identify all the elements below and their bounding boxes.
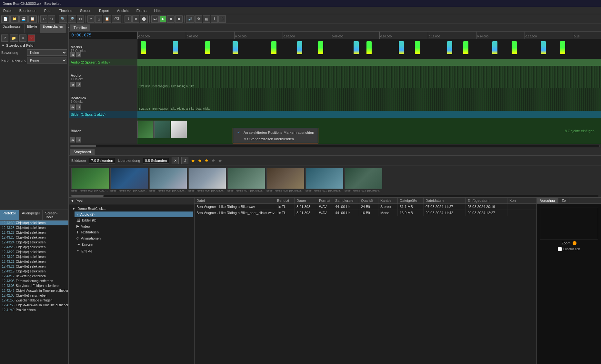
menu-screen[interactable]: Screen (78, 8, 93, 13)
time-button[interactable]: ⏱ (218, 15, 226, 23)
save-as-button[interactable]: 📋 (28, 15, 37, 23)
proto-item-0[interactable]: 12:43:30Objekt(e) selektieren (0, 221, 68, 225)
thumb-2[interactable]: Bodo-Tromso_025_(RX703003-ARW (149, 168, 187, 192)
stop-square[interactable]: ⏹ (175, 15, 183, 23)
proto-item-10[interactable]: 12:43:19Objekt(e) selektieren (0, 269, 68, 274)
record-button[interactable]: ⬤ (140, 15, 148, 23)
menu-datei[interactable]: Datei (1, 8, 14, 13)
menu-pool[interactable]: Pool (42, 8, 53, 13)
marker-block-0[interactable] (141, 41, 146, 54)
save-button[interactable]: 💾 (19, 15, 28, 23)
hash-button[interactable]: # (132, 15, 139, 23)
thumb-3[interactable]: Bodo-Tromso_026_(RX703006-ARW (188, 168, 226, 192)
ctx-item-1[interactable]: Mit Standardzeiten überblenden (233, 136, 318, 142)
proto-item-13[interactable]: 12:43:03Storyboard-Feld(er) selektieren (0, 283, 68, 288)
tab-storyboard[interactable]: Storyboard (70, 149, 95, 155)
cut-button[interactable]: ✂ (87, 15, 95, 23)
bilder-block-0[interactable] (137, 121, 154, 138)
ft-row-1[interactable]: Ben Wagner - Like Riding a Bike_beat_cli… (195, 210, 536, 216)
tab-ze[interactable]: Ze (558, 198, 569, 203)
bewertung-select[interactable]: Keine 1 Stern 2 Sterne 3 Sterne 4 Sterne… (27, 49, 67, 56)
marker-block-16[interactable] (560, 41, 565, 54)
props-folder-btn[interactable]: 📁 (10, 34, 18, 42)
marker-block-15[interactable] (541, 41, 546, 54)
col-dateigroesse[interactable]: Dateigröße (398, 198, 424, 203)
props-close-btn[interactable]: ✕ (28, 34, 35, 42)
beat-button[interactable]: ♩ (125, 15, 132, 23)
menu-hilfe[interactable]: Hilfe (152, 8, 163, 13)
menu-export[interactable]: Export (97, 8, 111, 13)
col-kon[interactable]: Kon (507, 198, 520, 203)
tab-audiopegel[interactable]: Audiopegel (19, 210, 43, 220)
audio1-loop-btn[interactable]: ↺ (76, 82, 81, 87)
pool-audio[interactable]: ♪ Audio (2) (75, 212, 193, 217)
proto-item-6[interactable]: 12:43:22Objekt(e) selektieren (0, 250, 68, 254)
sb-close-btn[interactable]: ✕ (172, 157, 179, 164)
sb-reset-btn[interactable]: ↺ (181, 157, 188, 164)
pool-video[interactable]: ▶ Video (75, 223, 193, 229)
zoom-fit-button[interactable]: ⊡ (77, 15, 84, 23)
play-button[interactable]: ▶ (159, 15, 166, 23)
col-dateidatum[interactable]: Dateidatum (424, 198, 466, 203)
marker-block-13[interactable] (492, 41, 497, 54)
star-5[interactable]: ★ (218, 158, 222, 163)
timeline-scrollbar-thumb[interactable] (70, 145, 96, 147)
tab-effekte[interactable]: Effekte (25, 24, 40, 33)
col-samplerate[interactable]: Samplerate (333, 198, 359, 203)
ctx-item-0[interactable]: ✓ An selektierten Positions-Markern ausr… (233, 129, 318, 136)
col-datei[interactable]: Datei (195, 198, 275, 203)
settings-button[interactable]: ⚙ (195, 15, 202, 23)
col-einfuegedatum[interactable]: Einfügedatum (466, 198, 507, 203)
copy-button[interactable]: ⎘ (95, 15, 102, 23)
new-button[interactable]: 📄 (1, 15, 10, 23)
marker-block-10[interactable] (415, 41, 420, 54)
pool-expand-icon[interactable]: ▼ (71, 199, 74, 203)
redo-button[interactable]: ↪ (48, 15, 55, 23)
marker-block-4[interactable] (271, 41, 276, 54)
proto-item-16[interactable]: 12:41:56Zwischenablage einfügen (0, 298, 68, 303)
rewind-button[interactable]: ⏮ (151, 15, 159, 23)
tab-screen-tools[interactable]: Screen-Tools (43, 210, 68, 220)
thumb-5[interactable]: Bodo-Tromso_028_(RX703028-ARW (266, 168, 304, 192)
star-3[interactable]: ★ (205, 158, 209, 163)
thumb-4[interactable]: Bodo-Tromso_027_(RX703022-ARW (227, 168, 265, 192)
proto-item-11[interactable]: 12:43:12Bewertung entfernen (0, 274, 68, 279)
tab-dateibrowser[interactable]: Dateibrowser (0, 24, 25, 33)
pool-bilder[interactable]: 🖼 Bilder (8) (75, 217, 193, 223)
thumb-6[interactable]: Bodo-Tromso_031_(RX703034-ARW (306, 168, 343, 192)
pool-kurven[interactable]: 〜 Kurven (75, 241, 193, 248)
tab-protokoll[interactable]: Protokoll (0, 210, 19, 220)
farbmarkierung-select[interactable]: Keine Rot Grün Blau (27, 57, 67, 64)
marker-block-3[interactable] (233, 41, 238, 54)
proto-item-7[interactable]: 12:43:22Objekt(e) selektieren (0, 254, 68, 259)
marker-block-6[interactable] (318, 41, 323, 54)
proto-item-8[interactable]: 12:43:21Objekt(e) selektieren (0, 259, 68, 264)
tab-vorschau[interactable]: Vorschau (537, 198, 558, 203)
marker-block-9[interactable] (399, 41, 404, 54)
thumb-1[interactable]: Bodo-Tromso_024_(RX702998-ARW (110, 168, 148, 192)
star-4[interactable]: ★ (211, 158, 215, 163)
storyboard-scrollbar[interactable] (71, 195, 598, 197)
menu-timeline[interactable]: Timeline (57, 8, 74, 13)
proto-item-18[interactable]: 12:41:49Projekt öffnen (0, 308, 68, 312)
bilder-block-2[interactable] (171, 121, 187, 138)
ft-row-0[interactable]: Ben Wagner - Like Riding a Bike.wav 1x T… (195, 204, 536, 210)
tab-eigenschaften[interactable]: Eigenschaften (40, 24, 66, 33)
marker-block-5[interactable] (297, 41, 302, 54)
col-format[interactable]: Format (317, 198, 333, 203)
pool-root[interactable]: ▼ Demo BeatClick... (70, 206, 193, 212)
proto-item-12[interactable]: 12:43:03Farbmarkierung entfernen (0, 279, 68, 283)
thumb-7[interactable]: Bodo-Tromso_033_(RX703048-ARW (345, 168, 382, 192)
marker-block-8[interactable] (366, 41, 372, 54)
proto-item-3[interactable]: 12:43:25Objekt(e) selektieren (0, 235, 68, 240)
open-button[interactable]: 📁 (10, 15, 19, 23)
pause-button[interactable]: ⏸ (167, 15, 175, 23)
props-help-btn[interactable]: ? (1, 34, 8, 42)
zoom-dot[interactable] (573, 241, 576, 245)
star-2[interactable]: ★ (198, 158, 202, 163)
star-1[interactable]: ★ (191, 158, 195, 163)
thumb-0[interactable]: Bodo-Tromso_022_(RX702978-ARW (71, 168, 109, 192)
col-dauer[interactable]: Dauer (295, 198, 317, 203)
audio1-prev-btn[interactable]: ⏮ (70, 82, 75, 87)
marker-block-12[interactable] (463, 41, 468, 54)
